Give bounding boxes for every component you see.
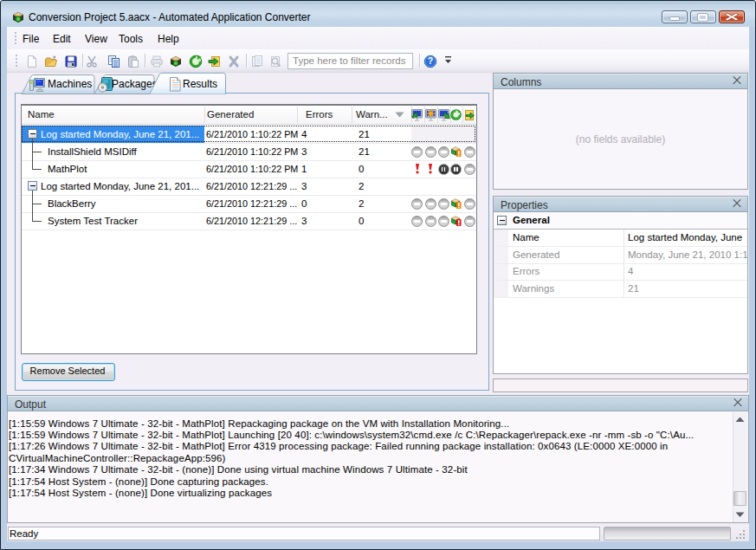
svg-text:?: ? — [428, 55, 433, 66]
